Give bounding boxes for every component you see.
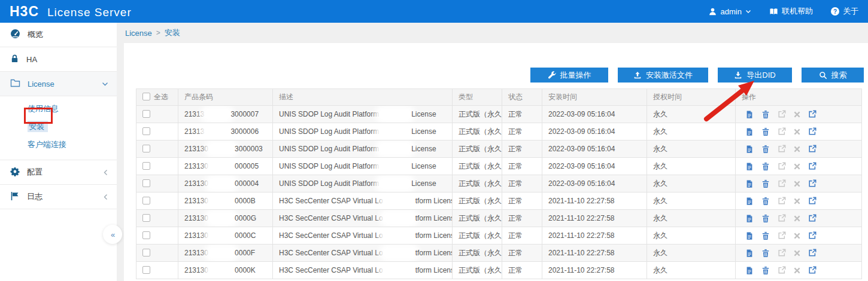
trash-icon[interactable] — [761, 197, 770, 206]
select-all-checkbox[interactable] — [142, 93, 150, 100]
column-header-product-code: 产品条码 — [178, 89, 273, 106]
trash-icon[interactable] — [761, 231, 770, 240]
export-did-button[interactable]: 导出DID — [718, 68, 792, 83]
auth-time-cell: 永久 — [647, 227, 736, 245]
button-label: 搜索 — [831, 70, 847, 81]
desc-suffix: tform License — [415, 214, 453, 222]
description-cell: UNIS SDOP Log Audit PlatformLicense — [273, 158, 453, 175]
export-icon[interactable] — [808, 214, 817, 222]
export-icon[interactable] — [808, 162, 817, 170]
row-select-cell — [136, 227, 178, 245]
sidebar-item-logs[interactable]: 日志 — [0, 185, 117, 209]
close-icon-disabled — [794, 181, 800, 187]
trash-icon[interactable] — [761, 214, 770, 223]
export-icon[interactable] — [808, 110, 817, 118]
description-cell: H3C SecCenter CSAP Virtual Lotform Licen… — [273, 245, 453, 262]
trash-icon[interactable] — [761, 179, 770, 188]
sidebar-item-client-connections[interactable]: 客户端连接 — [0, 136, 117, 154]
breadcrumb: License > 安装 — [117, 23, 868, 43]
batch-operations-button[interactable]: 批量操作 — [530, 68, 608, 83]
operations-cell — [736, 106, 862, 123]
row-checkbox[interactable] — [142, 145, 150, 152]
type-cell: 正式版（永久） — [453, 123, 502, 140]
search-button[interactable]: 搜索 — [802, 68, 864, 83]
user-menu[interactable]: admin — [708, 7, 751, 16]
top-bar: H3C License Server admin 联机帮助 ? — [0, 0, 868, 23]
row-checkbox[interactable] — [142, 162, 150, 170]
export-icon[interactable] — [808, 197, 817, 205]
close-icon-disabled — [794, 215, 800, 222]
export-icon[interactable] — [808, 145, 817, 153]
file-icon[interactable] — [745, 266, 754, 275]
code-prefix: 213130 — [184, 214, 208, 222]
online-help-link[interactable]: 联机帮助 — [769, 6, 813, 17]
row-checkbox[interactable] — [142, 249, 150, 256]
row-checkbox[interactable] — [142, 266, 150, 274]
operations-cell — [736, 227, 862, 245]
table-header-row: 全选 产品条码 描述 类型 状态 安装时间 授权时间 操作 — [136, 89, 862, 106]
license-submenu: 使用信息 安装 客户端连接 — [0, 96, 117, 160]
file-icon[interactable] — [745, 231, 754, 240]
sidebar-item-overview[interactable]: 概览 — [0, 23, 117, 47]
export-icon[interactable] — [808, 249, 817, 257]
file-icon[interactable] — [745, 162, 754, 171]
trash-icon[interactable] — [761, 145, 770, 154]
file-icon[interactable] — [745, 110, 754, 119]
code-prefix: 213130 — [184, 249, 208, 257]
row-checkbox[interactable] — [142, 179, 150, 187]
auth-time-cell: 永久 — [647, 123, 736, 140]
export-icon-disabled — [778, 127, 786, 136]
sidebar-item-ha[interactable]: HA — [0, 47, 117, 72]
export-icon[interactable] — [808, 231, 817, 240]
row-checkbox[interactable] — [142, 197, 150, 204]
dashboard-icon — [10, 29, 20, 41]
trash-icon[interactable] — [761, 110, 770, 119]
trash-icon[interactable] — [761, 249, 770, 258]
description-cell: H3C SecCenter CSAP Virtual Lotform Licen… — [273, 210, 453, 227]
blur-smudge — [384, 249, 414, 257]
sidebar-item-configuration[interactable]: 配置 — [0, 160, 117, 185]
sidebar-item-install[interactable]: 安装 — [0, 118, 117, 136]
file-icon[interactable] — [745, 145, 754, 154]
row-checkbox[interactable] — [142, 127, 150, 135]
export-icon[interactable] — [808, 266, 817, 274]
code-prefix: 213130 — [184, 162, 208, 170]
product-code-cell: 2131300000C — [178, 227, 273, 245]
auth-time-cell: 永久 — [647, 106, 736, 123]
sidebar-collapse-button[interactable]: « — [103, 225, 122, 244]
sidebar-item-license[interactable]: License — [0, 72, 117, 96]
row-checkbox[interactable] — [142, 110, 150, 118]
file-icon[interactable] — [745, 127, 754, 136]
file-icon[interactable] — [745, 249, 754, 258]
blur-smudge — [384, 197, 414, 205]
auth-time-cell: 永久 — [647, 210, 736, 227]
upload-icon — [633, 71, 642, 80]
description-cell: UNIS SDOP Log Audit PlatformLicense — [273, 175, 453, 193]
about-link[interactable]: ? 关于 — [831, 6, 858, 17]
trash-icon[interactable] — [761, 127, 770, 136]
sidebar-item-usage-info[interactable]: 使用信息 — [0, 100, 117, 118]
desc-suffix: tform License — [415, 197, 453, 205]
product-code-cell: 213133000007 — [178, 106, 273, 123]
export-icon-disabled — [778, 162, 786, 170]
desc-suffix: tform License — [415, 231, 453, 240]
breadcrumb-parent[interactable]: License — [125, 29, 152, 38]
product-code-cell: 2131300000B — [178, 193, 273, 210]
trash-icon[interactable] — [761, 266, 770, 275]
question-icon: ? — [831, 7, 839, 16]
file-icon[interactable] — [745, 179, 754, 188]
row-checkbox[interactable] — [142, 214, 150, 222]
export-icon[interactable] — [808, 127, 817, 136]
file-icon[interactable] — [745, 214, 754, 223]
install-activation-file-button[interactable]: 安装激活文件 — [618, 68, 708, 83]
h3c-logo: H3C — [10, 4, 39, 20]
file-icon[interactable] — [745, 197, 754, 206]
blur-smudge — [380, 162, 410, 170]
blur-smudge — [380, 145, 410, 153]
install-time-cell: 2022-03-09 05:16:04 — [542, 123, 647, 140]
row-checkbox[interactable] — [142, 231, 150, 239]
export-icon[interactable] — [808, 179, 817, 188]
description-cell: UNIS SDOP Log Audit PlatformLicense — [273, 123, 453, 140]
trash-icon[interactable] — [761, 162, 770, 171]
code-suffix: 000005 — [235, 162, 259, 170]
